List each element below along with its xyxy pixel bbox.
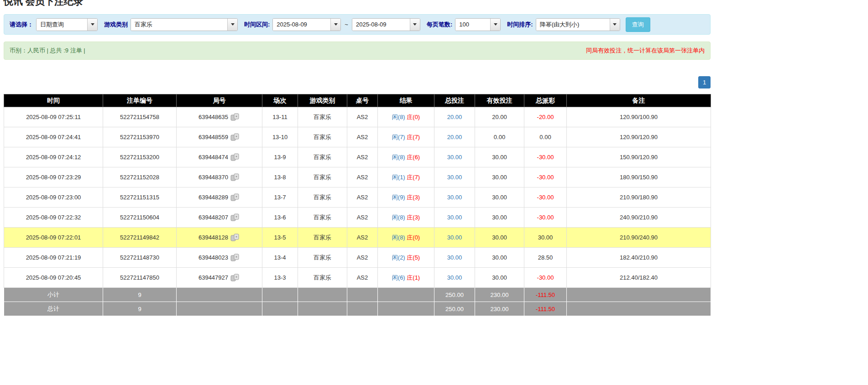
cell-table-number: AS2 bbox=[347, 208, 378, 228]
total-bet-link[interactable]: 30.00 bbox=[447, 194, 462, 201]
result-banker: 庄(0) bbox=[407, 234, 420, 241]
table-row: 2025-08-09 07:25:11522721154758639448635… bbox=[4, 107, 711, 127]
query-type-select[interactable] bbox=[36, 18, 98, 31]
cell-valid-bet: 30.00 bbox=[475, 167, 524, 187]
column-header: 备注 bbox=[567, 94, 711, 107]
column-header: 场次 bbox=[262, 94, 298, 107]
total-bet-link[interactable]: 30.00 bbox=[447, 214, 462, 221]
page-button-1[interactable]: 1 bbox=[698, 76, 711, 88]
cell-total-bet: 30.00 bbox=[434, 208, 475, 228]
total-bet-link[interactable]: 30.00 bbox=[447, 274, 462, 281]
total-bet-link[interactable]: 30.00 bbox=[447, 254, 462, 261]
view-cards-icon[interactable] bbox=[230, 234, 240, 241]
cell-session: 13-7 bbox=[262, 187, 298, 208]
cell-total-bet: 30.00 bbox=[434, 187, 475, 208]
cell-session: 13-4 bbox=[262, 248, 298, 268]
table-row: 2025-08-09 07:23:29522721152028639448370… bbox=[4, 167, 711, 187]
view-cards-icon[interactable] bbox=[230, 153, 240, 161]
page-size-select[interactable] bbox=[455, 18, 501, 31]
table-header-row: 时间注单编号局号场次游戏类别桌号结果总投注有效投注总派彩备注 bbox=[4, 94, 711, 107]
summary-empty-cell bbox=[347, 288, 378, 302]
cell-session: 13-3 bbox=[262, 268, 298, 288]
total-bet-link[interactable]: 30.00 bbox=[447, 154, 462, 161]
total-bet-link[interactable]: 20.00 bbox=[447, 134, 462, 140]
time-sort-label: 时间排序: bbox=[507, 21, 533, 29]
cell-round: 639447927 bbox=[177, 268, 262, 288]
cell-session: 13-10 bbox=[262, 127, 298, 147]
time-sort-input[interactable] bbox=[536, 19, 610, 31]
table-row: 2025-08-09 07:24:12522721153200639448474… bbox=[4, 147, 711, 167]
total-bet-link[interactable]: 30.00 bbox=[447, 174, 462, 181]
cell-round: 639448289 bbox=[177, 187, 262, 208]
date-from-select[interactable] bbox=[272, 18, 341, 31]
cell-valid-bet: 30.00 bbox=[475, 187, 524, 208]
time-sort-select[interactable] bbox=[536, 18, 620, 31]
cell-valid-bet: 30.00 bbox=[475, 228, 524, 248]
chevron-down-icon[interactable] bbox=[490, 19, 500, 31]
view-cards-icon[interactable] bbox=[230, 133, 240, 141]
chevron-down-icon[interactable] bbox=[610, 19, 620, 31]
cell-note: 150.90/120.90 bbox=[567, 147, 711, 167]
page-title: 悦讯 会员下注纪录 bbox=[4, 0, 711, 8]
query-type-label: 请选择： bbox=[10, 21, 33, 29]
cell-result: 闲(8) 庄(0) bbox=[378, 228, 434, 248]
chevron-down-icon[interactable] bbox=[87, 19, 97, 31]
view-cards-icon[interactable] bbox=[230, 173, 240, 181]
cell-time: 2025-08-09 07:20:45 bbox=[4, 268, 103, 288]
summary-label: 总计 bbox=[4, 302, 103, 316]
column-header: 有效投注 bbox=[475, 94, 524, 107]
cell-session: 13-11 bbox=[262, 107, 298, 127]
total-bet-link[interactable]: 20.00 bbox=[447, 114, 462, 120]
summary-empty-cell bbox=[378, 302, 434, 316]
view-cards-icon[interactable] bbox=[230, 254, 240, 261]
cell-time: 2025-08-09 07:24:12 bbox=[4, 147, 103, 167]
summary-total-bet: 250.00 bbox=[434, 288, 475, 302]
cell-round: 639448635 bbox=[177, 107, 262, 127]
summary-payout: -111.50 bbox=[524, 302, 567, 316]
round-id: 639448207 bbox=[199, 214, 228, 221]
view-cards-icon[interactable] bbox=[230, 274, 240, 281]
cell-result: 闲(2) 庄(5) bbox=[378, 248, 434, 268]
cell-time: 2025-08-09 07:24:41 bbox=[4, 127, 103, 147]
cell-total-bet: 30.00 bbox=[434, 248, 475, 268]
chevron-down-icon[interactable] bbox=[330, 19, 340, 31]
cell-time: 2025-08-09 07:22:01 bbox=[4, 228, 103, 248]
summary-count: 9 bbox=[103, 288, 177, 302]
query-type-input[interactable] bbox=[37, 19, 87, 31]
date-from-input[interactable] bbox=[273, 19, 330, 31]
result-player: 闲(8) bbox=[392, 154, 405, 161]
page-size-input[interactable] bbox=[455, 19, 490, 31]
cell-note: 210.90/180.90 bbox=[567, 187, 711, 208]
view-cards-icon[interactable] bbox=[230, 193, 240, 201]
total-bet-link[interactable]: 30.00 bbox=[447, 234, 462, 241]
round-id: 639448023 bbox=[199, 254, 228, 261]
game-type-input[interactable] bbox=[131, 19, 227, 31]
date-to-input[interactable] bbox=[352, 19, 410, 31]
cell-game-type: 百家乐 bbox=[298, 228, 347, 248]
table-row: 2025-08-09 07:22:32522721150604639448207… bbox=[4, 208, 711, 228]
cell-round: 639448207 bbox=[177, 208, 262, 228]
cell-total-bet: 30.00 bbox=[434, 268, 475, 288]
cell-table-number: AS2 bbox=[347, 147, 378, 167]
result-player: 闲(8) bbox=[392, 114, 405, 120]
search-button[interactable]: 查询 bbox=[626, 17, 650, 32]
column-header: 游戏类别 bbox=[298, 94, 347, 107]
cell-table-number: AS2 bbox=[347, 107, 378, 127]
view-cards-icon[interactable] bbox=[230, 213, 240, 221]
chevron-down-icon[interactable] bbox=[227, 19, 237, 31]
game-type-select[interactable] bbox=[131, 18, 238, 31]
summary-payout: -111.50 bbox=[524, 288, 567, 302]
date-to-select[interactable] bbox=[352, 18, 420, 31]
cell-game-type: 百家乐 bbox=[298, 208, 347, 228]
cell-payout: -30.00 bbox=[524, 268, 567, 288]
chevron-down-icon[interactable] bbox=[410, 19, 420, 31]
round-id: 639448289 bbox=[199, 194, 228, 201]
filter-bar: 请选择： 游戏类别 时间区间: ~ 每页笔数: 时间排序: bbox=[4, 14, 711, 35]
cell-result: 闲(1) 庄(7) bbox=[378, 167, 434, 187]
cell-game-type: 百家乐 bbox=[298, 127, 347, 147]
result-banker: 庄(6) bbox=[407, 154, 420, 161]
cell-time: 2025-08-09 07:23:00 bbox=[4, 187, 103, 208]
view-cards-icon[interactable] bbox=[230, 113, 240, 121]
cell-payout: -30.00 bbox=[524, 208, 567, 228]
round-id: 639448635 bbox=[199, 114, 228, 120]
